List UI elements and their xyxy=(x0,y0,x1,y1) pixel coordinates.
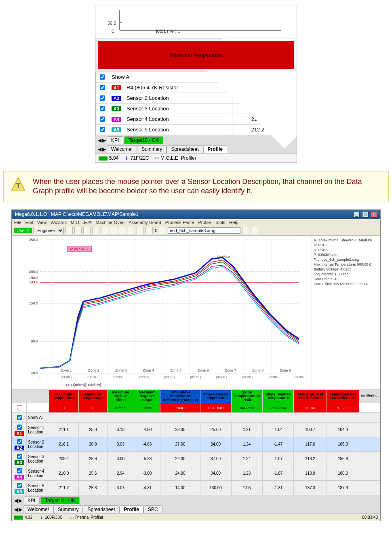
sensor-desc[interactable]: R4 (805 4.7K Resistor xyxy=(124,82,232,93)
sensor-row[interactable]: A2 Sensor 2 Location 210.1 25.0 xyxy=(96,93,297,104)
page-tab[interactable]: Profile xyxy=(203,145,227,153)
scroll-left-icon[interactable]: ◀ xyxy=(98,137,101,143)
row-name[interactable]: Sensor 1 Location xyxy=(27,423,49,437)
sensor-desc[interactable]: Sensor 5 Location xyxy=(124,125,232,135)
sensor-checkbox[interactable] xyxy=(100,127,105,132)
svg-text:|03:60 |: |03:60 | xyxy=(190,375,201,379)
sensor-checkbox[interactable] xyxy=(100,95,105,101)
sensor-checkbox[interactable] xyxy=(100,85,105,90)
data-cell: -1.04 xyxy=(262,423,294,437)
page-tab[interactable]: Welcome! xyxy=(23,505,53,513)
page-tab[interactable]: Spreadsheet xyxy=(83,505,119,513)
sensor-desc[interactable]: Sensor 3 Location xyxy=(124,104,232,114)
channel-chip: A2 xyxy=(112,96,121,101)
tab-target-ok[interactable]: Target10 - OK xyxy=(124,136,163,144)
file-up-button[interactable] xyxy=(242,227,249,234)
scroll-left-icon[interactable]: ◀ xyxy=(14,498,18,503)
data-row[interactable]: A5 Sensor 5 Location211.725.63.07-4.3114… xyxy=(12,481,380,495)
menu-item[interactable]: Machine-Oven xyxy=(96,220,125,225)
tab-kpi-2[interactable]: KPI xyxy=(23,497,40,504)
profile-chart[interactable]: 40.090.0150.0183.0190.0200.0250.0Zone 1Z… xyxy=(12,236,312,389)
menu-item[interactable]: Assembly-Board xyxy=(129,220,161,225)
tool-btn-2[interactable] xyxy=(74,227,82,234)
menu-item[interactable]: Edit xyxy=(25,220,33,225)
spec-checkbox[interactable] xyxy=(17,405,22,410)
row-name[interactable]: Sensor 3 Location xyxy=(27,452,49,466)
tool-btn-4[interactable] xyxy=(92,227,99,234)
row-checkbox[interactable] xyxy=(17,468,22,473)
scroll-right-icon[interactable]: ▶ xyxy=(102,137,106,143)
scroll-right-icon[interactable]: ▶ xyxy=(19,498,22,503)
page-tab[interactable]: Summary xyxy=(53,505,83,513)
menu-item[interactable]: M.O.L.E.® xyxy=(71,220,92,225)
tool-btn-10[interactable] xyxy=(145,227,153,234)
toolbar: User 2 Engineer Σ xyxy=(12,226,380,236)
menu-item[interactable]: Profile xyxy=(198,220,211,225)
sensor-v1: 212.2 xyxy=(232,125,267,135)
thermometer-icon: 🌡 xyxy=(124,155,129,161)
file-select[interactable] xyxy=(168,227,240,234)
menu-item[interactable]: File xyxy=(14,220,21,225)
show-all-label[interactable]: Show All xyxy=(109,72,232,82)
row-checkbox[interactable] xyxy=(17,483,22,488)
param-header: Slope: Peak to Temperature xyxy=(262,389,294,403)
sensor-checkbox[interactable] xyxy=(100,116,105,122)
tab-target-ok-2[interactable]: Target10 - OK xyxy=(40,497,80,504)
sensor-row[interactable]: A1 R4 (805 4.7K Resistor 210.0 2 xyxy=(96,82,297,93)
data-row[interactable]: A4 Sensor 4 Location210.025.62.94-3.0024… xyxy=(12,466,380,481)
row-checkbox[interactable] xyxy=(17,425,22,430)
show-all-label-2[interactable]: Show All xyxy=(27,413,49,423)
menu-item[interactable]: View xyxy=(37,220,47,225)
tool-btn-7[interactable] xyxy=(119,227,126,234)
tool-btn-5[interactable] xyxy=(101,227,108,234)
sensor-row[interactable]: A4 Sensor 4 Location 210.0 25.6 xyxy=(96,114,297,125)
show-all-checkbox-2[interactable] xyxy=(17,415,22,420)
sensor-row[interactable]: A3 Sensor 3 Location 209.4 25.6 xyxy=(96,104,297,114)
tool-btn-9[interactable] xyxy=(137,227,144,234)
menu-item[interactable]: Wizards xyxy=(51,220,67,225)
row-checkbox[interactable] xyxy=(17,439,22,444)
page-tab[interactable]: SPC xyxy=(143,505,162,513)
data-row[interactable]: A3 Sensor 3 Location209.425.63.00-5.2322… xyxy=(12,452,380,466)
scroll-left-icon[interactable]: ◀ xyxy=(98,146,101,152)
menu-item[interactable]: Tools xyxy=(215,220,226,225)
page-tab[interactable]: Welcome! xyxy=(107,145,137,153)
minimize-button[interactable]: _ xyxy=(353,212,360,218)
row-name[interactable]: Sensor 4 Location xyxy=(27,466,49,481)
data-row[interactable]: A1 Sensor 1 Location211.125.03.13-4.5023… xyxy=(12,423,380,437)
param-header[interactable]: Add/Edit... xyxy=(359,389,380,403)
tool-btn-sigma[interactable] xyxy=(159,227,166,234)
file-down-button[interactable] xyxy=(251,227,258,234)
legend-line: A: PCB2 xyxy=(314,243,379,247)
page-tab[interactable]: Profile xyxy=(120,505,143,513)
tool-btn-3[interactable] xyxy=(83,227,91,234)
role-select[interactable]: Engineer xyxy=(34,227,64,234)
user-badge[interactable]: User 2 xyxy=(14,228,32,233)
menu-item[interactable]: Process-Paste xyxy=(165,220,194,225)
scroll-left-icon[interactable]: ◀ xyxy=(14,507,18,512)
tool-btn-1[interactable] xyxy=(65,227,73,234)
sensor-row[interactable]: A5 Sensor 5 Location 212.2 24.4 xyxy=(96,125,297,135)
data-row[interactable]: A2 Sensor 2 Location216.120.03.03-4.8327… xyxy=(12,437,380,452)
scroll-right-icon[interactable]: ▶ xyxy=(102,146,106,152)
page-tab[interactable]: Summary xyxy=(137,145,166,153)
row-name[interactable]: Sensor 2 Location xyxy=(27,437,49,452)
show-all-checkbox[interactable] xyxy=(100,74,105,80)
sensor-checkbox[interactable] xyxy=(100,106,105,111)
close-button[interactable]: × xyxy=(371,212,377,218)
tab-kpi[interactable]: KPI xyxy=(107,136,123,144)
row-name[interactable]: Sensor 5 Location xyxy=(27,481,49,495)
scroll-right-icon[interactable]: ▶ xyxy=(19,507,22,512)
mini-chart-fragment: 50.0 C |00:1 ( % )... xyxy=(95,6,297,38)
row-checkbox[interactable] xyxy=(17,454,22,459)
legend-line: P: 63/63/Paste xyxy=(314,253,379,257)
sensor-desc[interactable]: Sensor 4 Location xyxy=(124,114,232,125)
tool-btn-8[interactable] xyxy=(128,227,135,234)
channel-chip: A1 xyxy=(15,431,24,436)
page-tab[interactable]: Spreadsheet xyxy=(166,145,203,153)
menu-item[interactable]: Help xyxy=(229,220,238,225)
tool-btn-6[interactable] xyxy=(110,227,117,234)
param-tabstrip: ◀ ▶ KPI Target10 - OK xyxy=(95,135,297,145)
sensor-desc[interactable]: Sensor 2 Location xyxy=(124,93,232,104)
maximize-button[interactable]: □ xyxy=(362,212,369,218)
